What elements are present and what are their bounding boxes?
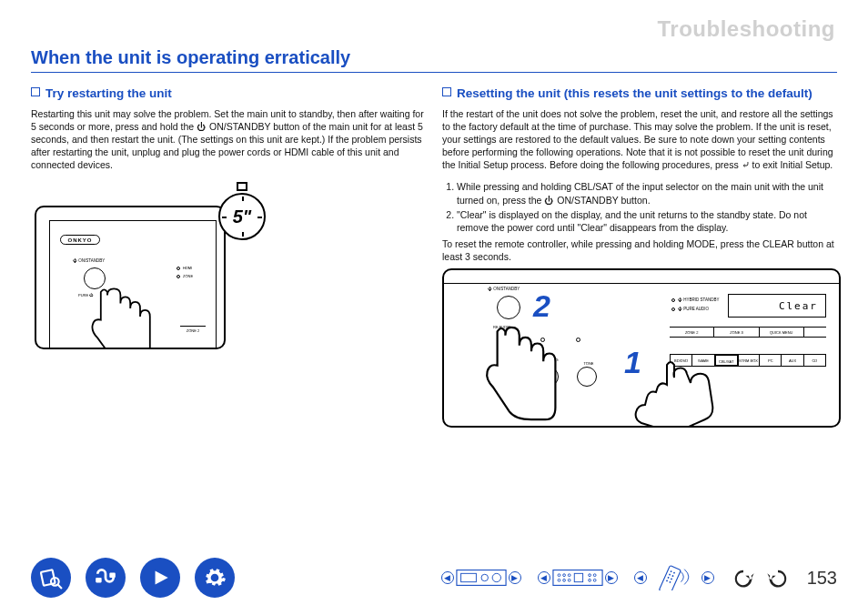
svg-point-6: [481, 574, 488, 580]
left-column: Try restarting the unit Restarting this …: [31, 86, 426, 428]
nav-search-manual-button[interactable]: [31, 558, 71, 598]
svg-point-28: [669, 581, 671, 583]
right-column: Resetting the unit (this resets the unit…: [442, 86, 837, 428]
hand-icon: [606, 359, 724, 428]
play-icon: [148, 566, 172, 590]
search-manual-icon: [39, 566, 63, 590]
svg-point-14: [568, 579, 570, 581]
svg-point-12: [558, 579, 560, 581]
step-number-2: 2: [533, 288, 550, 324]
svg-point-19: [593, 579, 596, 581]
svg-rect-3: [109, 573, 116, 578]
remote-icon[interactable]: [649, 564, 700, 591]
svg-point-27: [665, 580, 667, 581]
hand-icon: [78, 284, 169, 349]
led-indicators-2: ⏻ HYBRID STANDBY ⏻ PURE AUDIO: [671, 296, 719, 314]
prev-arrow-button[interactable]: ◀: [441, 571, 454, 584]
right-subhead: Resetting the unit (this resets the unit…: [457, 86, 812, 102]
device-nav-2: ◀ ▶: [538, 564, 618, 591]
next-arrow-button[interactable]: ▶: [509, 571, 521, 584]
led-indicators: HDMI ZONE: [177, 266, 202, 297]
right-body2: To reset the remote controller, while pr…: [442, 237, 837, 263]
figure-restart: ONKYO ⏻ ON/STANDBY PURE ⏻ HDMI ZONE ZONE…: [31, 180, 277, 362]
svg-rect-2: [96, 578, 102, 582]
svg-rect-5: [460, 573, 476, 581]
back-icon[interactable]: [731, 565, 756, 590]
gear-icon: [203, 566, 227, 590]
timer-value: 5": [233, 207, 252, 227]
prev-arrow-button[interactable]: ◀: [538, 571, 550, 584]
svg-point-11: [568, 574, 570, 577]
prev-arrow-button[interactable]: ◀: [634, 571, 647, 584]
nav-setup-button[interactable]: [195, 558, 235, 598]
step-2: "Clear" is displayed on the display, and…: [457, 208, 837, 234]
svg-point-21: [670, 570, 671, 572]
next-arrow-button[interactable]: ▶: [701, 571, 714, 584]
right-body1: If the restart of the unit does not solv…: [442, 107, 837, 172]
svg-point-9: [558, 574, 560, 577]
stopwatch-icon: 5": [213, 182, 271, 240]
nav-playback-button[interactable]: [140, 558, 180, 598]
svg-point-24: [671, 575, 673, 577]
page-number: 153: [807, 568, 837, 589]
receiver-rear-icon[interactable]: [552, 564, 603, 591]
hand-icon: [471, 321, 571, 426]
category-header: Troubleshooting: [31, 16, 837, 42]
svg-point-13: [562, 579, 565, 581]
svg-point-7: [492, 573, 500, 581]
svg-rect-20: [659, 566, 681, 590]
cable-icon: [94, 566, 117, 590]
svg-point-22: [672, 571, 674, 573]
svg-rect-15: [574, 573, 582, 581]
device-nav-3: ◀ ▶: [634, 564, 714, 591]
bullet-icon: [442, 87, 451, 96]
svg-rect-8: [553, 570, 602, 586]
onstandby-label-2: ⏻ ON/STANDBY: [488, 287, 520, 291]
next-arrow-button[interactable]: ▶: [605, 571, 618, 584]
brand-label: ONKYO: [60, 235, 100, 245]
bottom-nav: ◀ ▶ ◀ ▶: [0, 553, 868, 602]
step-1: While pressing and holding CBL/SAT of th…: [457, 180, 837, 206]
svg-point-25: [667, 577, 669, 579]
reset-steps: While pressing and holding CBL/SAT of th…: [442, 180, 837, 234]
bullet-icon: [31, 87, 40, 96]
svg-point-10: [562, 574, 565, 577]
zone-row: ZONE 2 ZONE 3 QUICK MENU: [670, 327, 826, 338]
svg-point-16: [588, 574, 590, 577]
device-nav-1: ◀ ▶: [441, 564, 521, 591]
onstandby-label: ⏻ ON/STANDBY: [73, 258, 105, 263]
nav-connections-button[interactable]: [86, 558, 126, 598]
unit-display: Clear: [728, 294, 826, 318]
svg-point-17: [593, 574, 596, 577]
zone-label: ZONE 2: [180, 326, 206, 335]
history-nav: [731, 565, 791, 590]
left-subhead: Try restarting the unit: [45, 86, 172, 102]
figure-reset: ⏻ ON/STANDBY RE AUDIO 2 LISTENING MODE T…: [442, 268, 841, 428]
section-title: When the unit is operating erratically: [31, 47, 837, 73]
svg-point-26: [670, 578, 671, 580]
forward-icon[interactable]: [765, 565, 791, 590]
knob-b-label: TONE: [575, 361, 602, 366]
left-body: Restarting this unit may solve the probl…: [31, 107, 426, 172]
svg-point-23: [668, 573, 670, 575]
svg-point-18: [588, 579, 590, 581]
receiver-front-icon[interactable]: [456, 564, 507, 591]
